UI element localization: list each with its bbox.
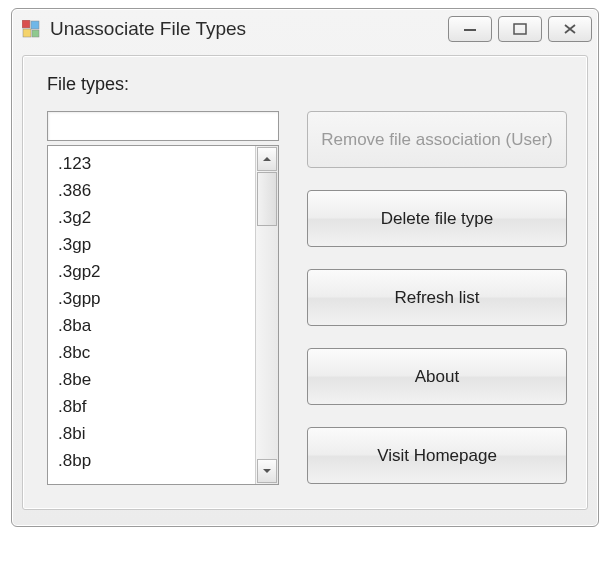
- file-types-listbox[interactable]: .123.386.3g2.3gp.3gp2.3gpp.8ba.8bc.8be.8…: [47, 145, 279, 485]
- scroll-track[interactable]: [257, 172, 277, 458]
- list-item[interactable]: .8be: [58, 366, 255, 393]
- list-item[interactable]: .3g2: [58, 204, 255, 231]
- remove-association-button[interactable]: Remove file association (User): [307, 111, 567, 168]
- delete-file-type-button[interactable]: Delete file type: [307, 190, 567, 247]
- scroll-down-button[interactable]: [257, 459, 277, 483]
- left-column: .123.386.3g2.3gp.3gp2.3gpp.8ba.8bc.8be.8…: [47, 111, 279, 485]
- titlebar: Unassociate File Types: [12, 9, 598, 49]
- list-item[interactable]: .3gp2: [58, 258, 255, 285]
- svg-rect-5: [514, 24, 526, 34]
- list-item[interactable]: .8bf: [58, 393, 255, 420]
- list-item[interactable]: .8bi: [58, 420, 255, 447]
- list-item[interactable]: .8bp: [58, 447, 255, 474]
- app-window: Unassociate File Types File types: .123.…: [11, 8, 599, 527]
- list-item[interactable]: .8bc: [58, 339, 255, 366]
- filter-input[interactable]: [47, 111, 279, 141]
- svg-rect-4: [464, 29, 476, 31]
- close-button[interactable]: [548, 16, 592, 42]
- refresh-list-button[interactable]: Refresh list: [307, 269, 567, 326]
- client-area: File types: .123.386.3g2.3gp.3gp2.3gpp.8…: [22, 55, 588, 510]
- file-types-label: File types:: [47, 74, 567, 95]
- scroll-thumb[interactable]: [257, 172, 277, 226]
- scrollbar[interactable]: [255, 146, 278, 484]
- svg-rect-1: [31, 21, 39, 29]
- app-icon: [22, 20, 40, 38]
- svg-rect-0: [22, 20, 30, 28]
- list-item[interactable]: .123: [58, 150, 255, 177]
- scroll-up-button[interactable]: [257, 147, 277, 171]
- list-item[interactable]: .3gp: [58, 231, 255, 258]
- list-items: .123.386.3g2.3gp.3gp2.3gpp.8ba.8bc.8be.8…: [48, 146, 255, 484]
- maximize-button[interactable]: [498, 16, 542, 42]
- window-controls: [448, 16, 592, 42]
- visit-homepage-button[interactable]: Visit Homepage: [307, 427, 567, 484]
- content-columns: .123.386.3g2.3gp.3gp2.3gpp.8ba.8bc.8be.8…: [47, 111, 567, 485]
- list-item[interactable]: .386: [58, 177, 255, 204]
- right-column: Remove file association (User) Delete fi…: [307, 111, 567, 484]
- svg-rect-3: [32, 30, 39, 37]
- minimize-button[interactable]: [448, 16, 492, 42]
- about-button[interactable]: About: [307, 348, 567, 405]
- svg-rect-2: [23, 29, 31, 37]
- window-title: Unassociate File Types: [50, 18, 448, 40]
- list-item[interactable]: .3gpp: [58, 285, 255, 312]
- list-item[interactable]: .8ba: [58, 312, 255, 339]
